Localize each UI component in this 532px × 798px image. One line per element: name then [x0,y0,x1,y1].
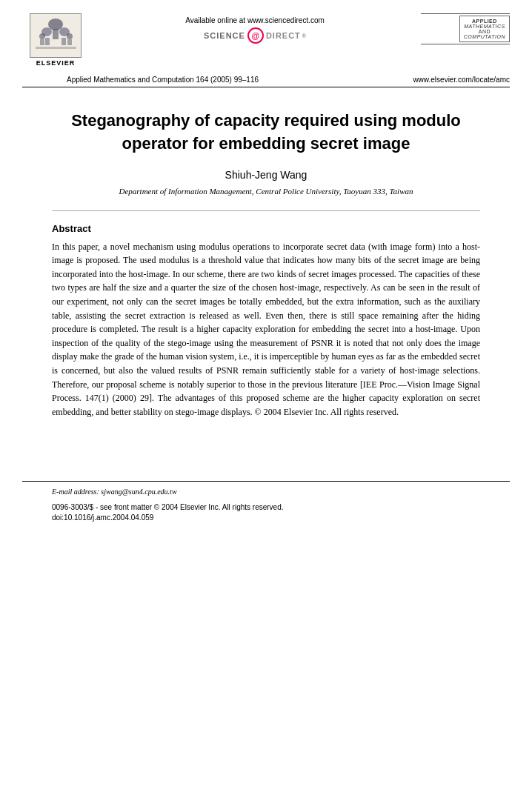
svg-point-10 [67,33,73,39]
author-affiliation: Department of Information Management, Ce… [52,187,480,196]
at-icon: @ [247,27,264,44]
journal-logo-box: APPLIED MATHEMATICS AND COMPUTATION [459,16,510,42]
registered-mark: ® [302,33,306,39]
abstract-text: In this paper, a novel mechanism using m… [52,240,480,419]
footer-wrapper: E-mail address: sjwang@sun4.cpu.edu.tw 0… [0,456,532,529]
journal-logo-line4: COMPUTATION [464,34,505,39]
elsevier-wordmark: ELSEVIER [36,59,76,67]
abstract-divider [52,210,480,211]
abstract-label: Abstract [52,223,480,234]
email-line: E-mail address: sjwang@sun4.cpu.edu.tw [52,488,480,496]
journal-url: www.elsevier.com/locate/amc [413,76,510,84]
email-value: sjwang@sun4.cpu.edu.tw [101,488,176,496]
doi-line: doi:10.1016/j.amc.2004.04.059 [52,513,480,522]
sciencedirect-logo: science @ direct ® [204,27,306,44]
page: ELSEVIER Available online at www.science… [0,0,532,798]
svg-point-1 [48,19,63,30]
direct-text: direct [266,31,301,40]
svg-rect-5 [45,38,50,45]
header: ELSEVIER Available online at www.science… [0,0,532,73]
svg-point-8 [39,33,45,39]
abstract-section: Abstract In this paper, a novel mechanis… [52,223,480,419]
journal-logo-line1: APPLIED [464,19,505,24]
svg-rect-9 [40,39,44,45]
article-title: Steganography of capacity required using… [52,110,480,156]
journal-info-bar: Applied Mathematics and Computation 164 … [0,73,532,84]
journal-logo-line3: AND [464,29,505,34]
copyright-line: 0096-3003/$ - see front matter © 2004 El… [52,503,480,511]
journal-logo-line2: MATHEMATICS [464,24,505,29]
email-label: E-mail address: [52,488,99,496]
author-name: Shiuh-Jeng Wang [52,169,480,181]
svg-rect-2 [53,29,59,39]
svg-rect-6 [61,38,66,45]
header-center: Available online at www.sciencedirect.co… [89,13,421,44]
elsevier-logo: ELSEVIER [22,13,89,67]
journal-citation: Applied Mathematics and Computation 164 … [67,76,259,84]
svg-rect-11 [67,39,72,45]
elsevier-logo-box [30,13,82,58]
science-text: science [204,31,245,40]
available-online-text: Available online at www.sciencedirect.co… [185,16,325,24]
header-right: APPLIED MATHEMATICS AND COMPUTATION [421,13,510,44]
main-content: Steganography of capacity required using… [0,87,532,456]
svg-rect-7 [36,47,76,49]
